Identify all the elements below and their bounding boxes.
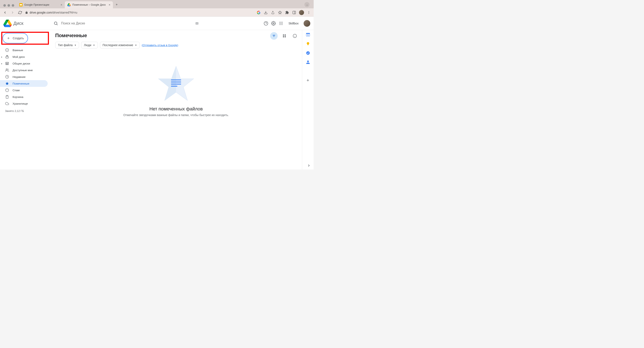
url-text: drive.google.com/drive/starred?hl=ru: [30, 11, 77, 14]
filter-chip-people[interactable]: Люди▼: [81, 42, 98, 48]
annotation-highlight: Создать: [1, 32, 49, 45]
sidebar-item-storage[interactable]: Хранилище: [0, 100, 48, 107]
downloads-icon[interactable]: [264, 10, 268, 15]
sidepanel-icon[interactable]: [292, 10, 296, 15]
address-bar[interactable]: drive.google.com/drive/starred?hl=ru: [25, 11, 254, 14]
empty-illustration: [155, 65, 197, 102]
chevron-right-icon[interactable]: ▸: [1, 56, 2, 58]
apps-icon[interactable]: [278, 21, 284, 26]
search-options-icon[interactable]: [195, 21, 199, 25]
sidebar-item-trash[interactable]: Корзина: [0, 94, 48, 100]
sidebar: Создать Важные ▸ Мой диск ▸ Общие диски …: [0, 30, 50, 170]
grid-view-button[interactable]: [280, 32, 288, 40]
people-icon: [5, 68, 9, 72]
close-window-button[interactable]: [3, 4, 6, 7]
chevron-down-icon: ▼: [135, 44, 137, 46]
contacts-app-icon[interactable]: [306, 60, 310, 64]
svg-point-27: [6, 64, 7, 64]
drive-small-icon: [5, 55, 9, 59]
drive-logo[interactable]: Диск: [3, 19, 49, 27]
new-button-label: Создать: [13, 36, 24, 40]
new-button[interactable]: Создать: [3, 33, 28, 43]
new-tab-button[interactable]: +: [114, 2, 120, 7]
drive-body: Создать Важные ▸ Мой диск ▸ Общие диски …: [0, 30, 314, 170]
svg-rect-37: [283, 34, 284, 35]
slides-icon: [19, 3, 22, 6]
browser-toolbar: drive.google.com/drive/starred?hl=ru: [0, 8, 314, 17]
svg-point-18: [279, 24, 280, 25]
menu-icon[interactable]: [306, 10, 311, 15]
browser-tab-drive[interactable]: Помеченные – Google Диск ×: [65, 1, 113, 8]
calendar-app-icon[interactable]: 31: [306, 32, 310, 37]
back-button[interactable]: [2, 10, 8, 15]
spam-icon: [5, 88, 9, 92]
sidebar-item-shared-with-me[interactable]: Доступные мне: [0, 67, 48, 73]
reload-button[interactable]: [18, 10, 22, 15]
filter-label: Люди: [84, 43, 91, 47]
drive-header: Диск Skillbox: [0, 17, 314, 30]
empty-state: Нет помеченных файлов Отмечайте звездочк…: [55, 65, 297, 117]
browser-tab-slides[interactable]: Google Презентации ×: [17, 1, 65, 8]
settings-icon[interactable]: [271, 21, 276, 26]
svg-rect-2: [293, 11, 296, 14]
filter-label: Последнее изменение: [103, 43, 133, 47]
page-title: Помеченные: [55, 32, 297, 38]
svg-rect-1: [20, 4, 22, 5]
svg-point-11: [273, 23, 274, 24]
maximize-window-button[interactable]: [12, 4, 14, 7]
profile-avatar[interactable]: [299, 10, 304, 15]
sidebar-item-shared-drives[interactable]: ▸ Общие диски: [0, 60, 48, 67]
forward-button[interactable]: [10, 10, 15, 15]
tab-title: Google Презентации: [24, 3, 49, 6]
side-panel: 31 +: [302, 30, 314, 170]
sidebar-item-priority[interactable]: Важные: [0, 47, 48, 53]
svg-text:31: 31: [307, 34, 309, 36]
close-tab-icon[interactable]: ×: [61, 3, 62, 6]
sidebar-item-recent[interactable]: Недавние: [0, 73, 48, 80]
add-app-button[interactable]: +: [306, 78, 309, 83]
empty-subtitle: Отмечайте звездочками важные файлы и пап…: [123, 113, 229, 117]
chevron-right-icon[interactable]: ▸: [1, 62, 2, 65]
svg-point-12: [279, 22, 280, 22]
filter-chip-modified[interactable]: Последнее изменение▼: [100, 42, 140, 48]
google-search-icon[interactable]: [256, 10, 261, 15]
cloud-icon: [5, 101, 9, 106]
minimize-window-button[interactable]: [8, 4, 10, 7]
chevron-down-icon: ▼: [74, 44, 76, 46]
check-circle-icon: [5, 48, 9, 52]
extensions-icon[interactable]: [285, 10, 290, 15]
plus-icon: [7, 36, 10, 41]
feedback-link[interactable]: Отправить отзыв в Google: [142, 44, 177, 47]
svg-rect-25: [6, 62, 8, 65]
svg-point-17: [282, 23, 282, 23]
sidebar-item-my-drive[interactable]: ▸ Мой диск: [0, 53, 48, 60]
search-input[interactable]: [51, 18, 202, 28]
sidebar-item-starred[interactable]: Помеченные: [0, 80, 48, 87]
svg-point-20: [282, 24, 282, 25]
share-icon[interactable]: [270, 10, 275, 15]
drive-logo-icon: [3, 19, 12, 27]
browser-chrome: Google Презентации × Помеченные – Google…: [0, 0, 314, 17]
search-icon[interactable]: [54, 21, 58, 26]
svg-line-8: [57, 24, 58, 25]
close-tab-icon[interactable]: ×: [109, 3, 110, 6]
collapse-panel-icon[interactable]: [307, 164, 311, 168]
keep-app-icon[interactable]: [306, 42, 310, 46]
account-avatar[interactable]: [304, 20, 310, 27]
svg-point-29: [6, 69, 7, 70]
filter-toggle-button[interactable]: [270, 32, 278, 40]
svg-point-14: [282, 22, 282, 22]
svg-rect-40: [285, 36, 286, 37]
search-bar: [51, 18, 202, 28]
info-button[interactable]: [291, 32, 298, 40]
bookmark-icon[interactable]: [278, 10, 282, 15]
filter-chip-type[interactable]: Тип файла▼: [55, 42, 79, 48]
help-icon[interactable]: [264, 21, 268, 26]
tasks-app-icon[interactable]: [306, 51, 310, 55]
sidebar-item-spam[interactable]: Спам: [0, 87, 48, 94]
trash-icon: [5, 95, 9, 99]
nav-label: Мой диск: [12, 55, 25, 58]
nav-label: Корзина: [12, 95, 23, 99]
expand-tabs-button[interactable]: ⌄: [304, 2, 310, 7]
svg-point-28: [7, 64, 8, 64]
